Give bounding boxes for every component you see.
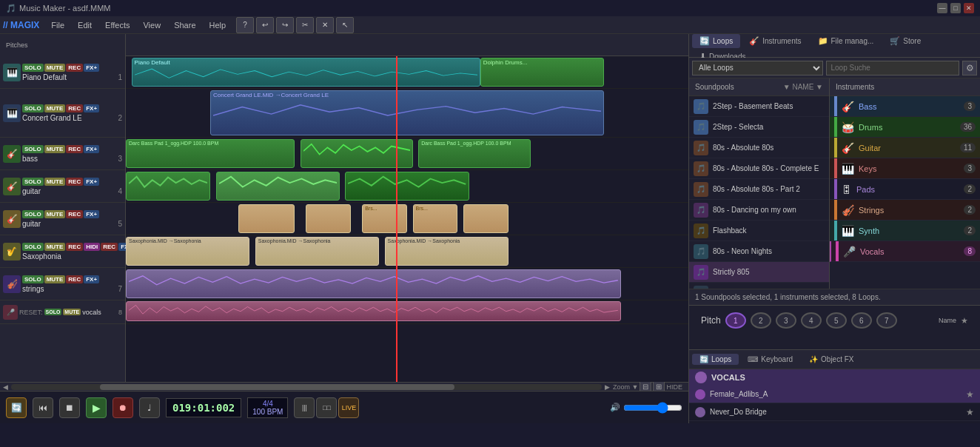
segment-piano-2[interactable]: Dolphin Drums... <box>480 58 604 87</box>
segment-bass-1[interactable]: Darc Bass Pad 1_ogg.HDP 100.0 BPM <box>126 139 295 168</box>
segment-guitar5-1[interactable] <box>238 204 295 233</box>
lb-tab-keyboard[interactable]: ⌨ Keyboard <box>740 354 800 365</box>
tab-file-manager[interactable]: 📁 File manag... <box>810 34 882 48</box>
scroll-thumb[interactable] <box>100 384 454 390</box>
track-hidi-6[interactable]: HIDI <box>84 243 100 251</box>
segment-strings-1[interactable] <box>126 269 621 298</box>
toolbar-icon-6[interactable]: ↖ <box>336 17 354 33</box>
horizontal-scrollbar[interactable]: ◀ ▶ Zoom ▼ ⊟ ⊞ HIDE <box>0 382 688 391</box>
track-rec-1[interactable]: REC <box>66 64 83 72</box>
segment-guitar5-5[interactable] <box>463 204 509 233</box>
segment-guitar5-4[interactable]: Brs... <box>413 204 458 233</box>
soundpool-item-80s-strictly[interactable]: 🎵 Strictly 805 <box>689 262 829 283</box>
track-rec-3[interactable]: REC <box>66 145 83 153</box>
track-mute-4[interactable]: MUTE <box>44 178 66 186</box>
loops-filter-select[interactable]: Alle Loops <box>692 61 823 75</box>
instruments-item-synth[interactable]: 🎹 Synth 2 <box>830 221 980 241</box>
scroll-right-arrow[interactable]: ▶ <box>605 383 610 391</box>
track-mute-8[interactable]: MUTE <box>63 309 81 315</box>
instruments-item-pads[interactable]: 🎛 Pads 2 <box>830 179 980 200</box>
maximize-button[interactable]: □ <box>950 3 961 13</box>
tab-instruments[interactable]: 🎸 Instruments <box>742 34 808 48</box>
close-button[interactable]: ✕ <box>964 3 974 13</box>
instruments-item-keys[interactable]: 🎹 Keys 3 <box>830 158 980 179</box>
toolbar-icon-3[interactable]: ↪ <box>276 17 294 33</box>
toolbar-icon-4[interactable]: ✂ <box>296 17 314 33</box>
goto-start-button[interactable]: ⏮ <box>33 397 53 418</box>
track-fx-4[interactable]: FX+ <box>84 178 99 186</box>
segment-sax-1[interactable]: Saxophonia.MID →Saxophonia <box>126 237 249 266</box>
soundpool-item-80s-flashback[interactable]: 🎵 Flashback <box>689 221 829 241</box>
pitch-button-6[interactable]: 6 <box>851 312 872 329</box>
scroll-left-arrow[interactable]: ◀ <box>3 383 8 391</box>
pitch-button-4[interactable]: 4 <box>801 312 822 329</box>
menu-edit[interactable]: Edit <box>72 19 98 31</box>
track-mute-2[interactable]: MUTE <box>44 104 66 112</box>
scroll-track[interactable] <box>11 384 602 390</box>
track-row-2[interactable]: Concert Grand LE.MID →Concert Grand LE <box>126 89 688 138</box>
soundpool-item-80s-complete[interactable]: 🎵 80s - Absolute 80s - Complete E <box>689 158 829 179</box>
track-solo-2[interactable]: SOLO <box>22 104 44 112</box>
track-mute-6[interactable]: MUTE <box>44 243 66 251</box>
track-mute-1[interactable]: MUTE <box>44 64 66 72</box>
track-mute-3[interactable]: MUTE <box>44 145 66 153</box>
segment-concert-1[interactable]: Concert Grand LE.MID →Concert Grand LE <box>210 90 604 135</box>
instruments-item-drums[interactable]: 🥁 Drums 36 <box>830 117 980 138</box>
track-solo-6[interactable]: SOLO <box>22 243 44 251</box>
volume-slider[interactable] <box>623 403 682 412</box>
loop-star[interactable]: ★ <box>966 389 974 400</box>
soundpool-item-2step-selecta[interactable]: 🎵 2Step - Selecta <box>689 117 829 138</box>
soundpool-item-2step-basement[interactable]: 🎵 2Step - Basement Beats <box>689 96 829 117</box>
pitch-button-7[interactable]: 7 <box>876 312 897 329</box>
instruments-item-bass[interactable]: 🎸 Bass 3 <box>830 96 980 117</box>
segment-guitar4-1[interactable] <box>126 172 210 201</box>
track-rec-6[interactable]: REC <box>66 243 83 251</box>
track-solo-7[interactable]: SOLO <box>22 275 44 283</box>
segment-piano-1[interactable]: Piano Default <box>132 58 480 87</box>
menu-share[interactable]: Share <box>168 19 201 31</box>
loop-star[interactable]: ★ <box>966 407 974 417</box>
track-row-5[interactable]: Brs... Brs... <box>126 203 688 235</box>
menu-help[interactable]: Help <box>204 19 232 31</box>
track-row-7[interactable] <box>126 268 688 300</box>
track-rec-7[interactable]: REC <box>66 275 83 283</box>
tab-loops[interactable]: 🔄 Loops <box>692 34 740 48</box>
segment-guitar4-2[interactable] <box>216 172 340 201</box>
segment-guitar5-3[interactable]: Brs... <box>362 204 407 233</box>
track-rec-5[interactable]: REC <box>66 210 83 218</box>
menu-view[interactable]: View <box>137 19 167 31</box>
track-row-8[interactable] <box>126 300 688 324</box>
loop-item-female-adlibs[interactable]: Female_Adlibs_A ★ <box>689 386 980 403</box>
track-mute-5[interactable]: MUTE <box>44 210 66 218</box>
segment-sax-3[interactable]: Saxophonia.MID →Saxophonia <box>385 237 509 266</box>
soundpool-item-80s-absolute[interactable]: 🎵 80s - Absolute 80s <box>689 138 829 158</box>
settings-gear-button[interactable]: ⚙ <box>962 61 977 75</box>
menu-effects[interactable]: Effects <box>99 19 135 31</box>
soundpool-item-80s-part2[interactable]: 🎵 80s - Absolute 80s - Part 2 <box>689 179 829 200</box>
segment-bass-2[interactable] <box>301 139 413 168</box>
track-rec-6b[interactable]: REC <box>101 243 118 251</box>
menu-file[interactable]: File <box>45 19 70 31</box>
track-solo-5[interactable]: SOLO <box>22 210 44 218</box>
soundpool-item-80s-dancing[interactable]: 🎵 80s - Dancing on my own <box>689 200 829 221</box>
segment-guitar4-3[interactable] <box>345 172 469 201</box>
loop-item-never-do-chorus[interactable]: Never_Do Chorus ★ <box>689 421 980 423</box>
track-fx-5[interactable]: FX+ <box>84 210 99 218</box>
track-content[interactable]: Piano Default Dolphin Drums... Concert G… <box>126 56 688 382</box>
track-mute-7[interactable]: MUTE <box>44 275 66 283</box>
track-solo-4[interactable]: SOLO <box>22 178 44 186</box>
toolbar-icon-5[interactable]: ✕ <box>316 17 334 33</box>
track-solo-3[interactable]: SOLO <box>22 145 44 153</box>
metronome-button[interactable]: ♩ <box>139 397 160 418</box>
segment-guitar5-2[interactable] <box>306 204 351 233</box>
pitch-button-5[interactable]: 5 <box>826 312 847 329</box>
toolbar-icon-2[interactable]: ↩ <box>256 17 274 33</box>
soundpool-item-80s-synthwave[interactable]: 🎵 80s - Synthwave <box>689 283 829 289</box>
track-fx-3[interactable]: FX+ <box>84 145 99 153</box>
play-button[interactable]: ▶ <box>86 397 107 418</box>
pitch-button-3[interactable]: 3 <box>776 312 796 329</box>
instruments-item-guitar[interactable]: 🎸 Guitar 11 <box>830 138 980 158</box>
lb-tab-loops[interactable]: 🔄 Loops <box>692 354 739 365</box>
track-row-3[interactable]: Darc Bass Pad 1_ogg.HDP 100.0 BPM Darc B… <box>126 138 688 170</box>
record-button[interactable]: ⏺ <box>113 397 133 418</box>
